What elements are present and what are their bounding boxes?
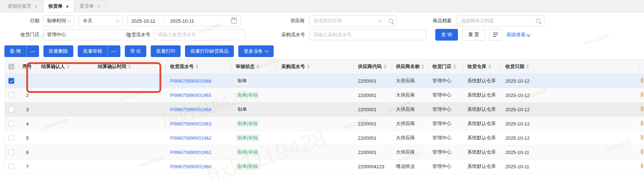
sort-icon[interactable] <box>526 64 529 69</box>
cell-warehouse: 系统默认仓库 <box>463 149 501 155</box>
cell-receive-no: PI99675990001960 <box>166 164 231 169</box>
receive-no-link[interactable]: PI99675990001962 <box>170 135 212 141</box>
select-all-checkbox[interactable] <box>8 64 14 70</box>
col-header-purchase-no[interactable]: 采购流水号 <box>277 60 354 74</box>
receiving-orders-page: hxk1119428 hxk1119428 hxk1119428 hxk1119… <box>0 0 644 180</box>
close-icon[interactable]: × <box>35 4 38 9</box>
row-checkbox[interactable] <box>8 106 14 112</box>
cell-receive-no: PI99675990001961 <box>166 150 231 155</box>
receive-no-link[interactable]: PI99675990001963 <box>170 121 212 127</box>
sort-icon[interactable] <box>453 64 456 69</box>
status-badge: 制单|审核 <box>236 134 259 142</box>
receive-no-input[interactable]: 请输入收货流水号 <box>154 29 246 40</box>
more-dots-icon[interactable]: ··· <box>108 49 120 54</box>
tab-return-order[interactable]: 退货单 × <box>74 0 105 12</box>
close-icon[interactable]: × <box>97 4 100 9</box>
table-row[interactable]: 6 PI99675990001961 制单|审核 2200001 大供应商 管理… <box>5 145 644 160</box>
table-row[interactable]: 5 PI99675990001962 制单|审核 2200001 大供应商 管理… <box>5 131 644 145</box>
table-row[interactable]: 3 PI99675990001964 制单 2200001 大供应商 管理中心 … <box>5 102 644 117</box>
col-header-store[interactable]: 收货门店 <box>428 60 463 74</box>
col-header-supplier-name[interactable]: 供应商名称 <box>392 60 428 74</box>
cell-supplier-name: 大供应商 <box>392 135 428 141</box>
sort-icon[interactable] <box>307 64 310 69</box>
sort-icon[interactable] <box>421 64 424 69</box>
cell-no: 6 <box>18 150 37 155</box>
chevron-down-icon <box>378 18 382 22</box>
row-checkbox[interactable] <box>8 149 14 155</box>
batch-delete-button[interactable]: 批量删除 <box>43 45 73 57</box>
date-preset-select[interactable]: 今天 <box>79 15 123 26</box>
batch-print-button[interactable]: 批量打印 <box>151 45 181 57</box>
cell-supplier-name: 大供应商 <box>392 149 428 155</box>
cell-supplier-code: 2200001 <box>354 78 392 84</box>
row-checkbox[interactable] <box>8 121 14 127</box>
add-label: 新 增 <box>4 48 26 55</box>
advanced-search-link[interactable]: 高级搜索 <box>506 29 530 41</box>
receive-no-link[interactable]: PI99675990001960 <box>170 164 212 169</box>
query-button[interactable]: 查 询 <box>435 29 458 41</box>
purchase-no-filter-label: 采购流水号 <box>277 29 305 40</box>
more-dots-icon[interactable]: ··· <box>27 49 39 54</box>
date-end-value[interactable]: 2025-10-11 <box>170 18 194 24</box>
row-checkbox-cell <box>5 92 18 98</box>
row-checkbox[interactable] <box>8 92 14 98</box>
table-row[interactable]: 2 PI99675990001965 制单|审核 2200001 大供应商 管理… <box>5 88 644 102</box>
col-header-receive-no[interactable]: 收货流水号 <box>166 60 231 74</box>
close-icon[interactable]: × <box>66 4 69 9</box>
date-range-picker[interactable]: 2025-10-11 → 2025-10-11 <box>127 15 241 26</box>
col-header-status[interactable]: 审核状态 <box>231 60 277 74</box>
sort-icon[interactable] <box>383 64 386 69</box>
sort-icon[interactable] <box>257 64 259 69</box>
purchase-no-input[interactable]: 请输入采购流水号 <box>309 29 426 40</box>
reset-button[interactable]: 重 置 <box>462 29 485 41</box>
date-type-select[interactable]: 制单时间 <box>43 15 74 26</box>
cell-supplier-name: 维达纸业 <box>392 163 428 170</box>
search-icon[interactable] <box>536 19 540 23</box>
clipped-content <box>641 164 643 168</box>
cell-clipped <box>640 121 644 127</box>
receive-no-link[interactable]: PI99675990001965 <box>170 93 212 98</box>
supplier-filter-label: 供应商 <box>263 15 305 26</box>
receive-no-link[interactable]: PI99675990001961 <box>170 150 212 155</box>
row-checkbox-cell <box>5 106 18 113</box>
cell-receive-no: PI99675990001966 <box>166 78 231 84</box>
receive-no-link[interactable]: PI99675990001964 <box>170 107 212 112</box>
sort-icon[interactable] <box>488 64 491 69</box>
row-checkbox[interactable] <box>8 135 14 141</box>
col-header-supplier-code[interactable]: 供应商代码 <box>354 60 392 74</box>
col-header-no[interactable]: 序号 <box>18 60 37 74</box>
supplier-select[interactable]: 请选择供应商 <box>309 15 397 26</box>
col-header-warehouse[interactable]: 收货仓库 <box>463 60 501 74</box>
table-row[interactable]: 1 PI99675990001966 制单 2200001 大供应商 管理中心 … <box>5 74 644 88</box>
product-search-input[interactable]: 请选择商品档案 <box>457 15 544 26</box>
export-button[interactable]: 导 出 <box>125 45 147 57</box>
cell-clipped <box>640 164 644 169</box>
date-filter-label: 日期 <box>11 15 39 26</box>
table-row[interactable]: 4 PI99675990001963 制单|审核 2200001 大供应商 管理… <box>5 117 644 131</box>
store-input[interactable]: 管理中心 <box>43 29 134 40</box>
list-lines-icon <box>493 33 498 37</box>
add-button[interactable]: 新 增 ··· <box>4 45 39 57</box>
col-header-settle-person[interactable]: 结算确认人 <box>37 60 93 74</box>
batch-print-oos-button[interactable]: 批量打印缺货商品 <box>185 45 234 57</box>
col-header-settle-time[interactable]: 结算确认时间 <box>93 60 166 74</box>
col-header-date[interactable]: 收货日期 <box>501 60 640 74</box>
search-icon[interactable] <box>389 19 393 23</box>
sort-icon[interactable] <box>67 64 70 69</box>
tab-inventory-home[interactable]: 进销存首页 × <box>2 0 43 12</box>
calendar-icon[interactable] <box>231 18 237 23</box>
purchase-no-placeholder: 请输入采购流水号 <box>313 31 351 38</box>
batch-audit-button[interactable]: 批量审核 ··· <box>78 45 120 57</box>
more-business-button[interactable]: 更多业务 <box>238 45 274 57</box>
sort-icon[interactable] <box>128 64 131 69</box>
receive-no-link[interactable]: PI99675990001966 <box>170 78 212 84</box>
tab-label: 收货单 <box>49 3 63 10</box>
table-row[interactable]: 7 PI99675990001960 制单|审核 2200004123 维达纸业… <box>5 160 644 174</box>
column-settings-button[interactable] <box>489 29 502 41</box>
row-checkbox[interactable] <box>8 78 14 84</box>
date-start-value[interactable]: 2025-10-11 <box>131 18 155 24</box>
row-checkbox[interactable] <box>8 164 14 169</box>
tab-receiving-order[interactable]: 收货单 × <box>43 0 74 12</box>
cell-supplier-code: 2200004123 <box>354 164 392 169</box>
sort-icon[interactable] <box>196 64 198 69</box>
